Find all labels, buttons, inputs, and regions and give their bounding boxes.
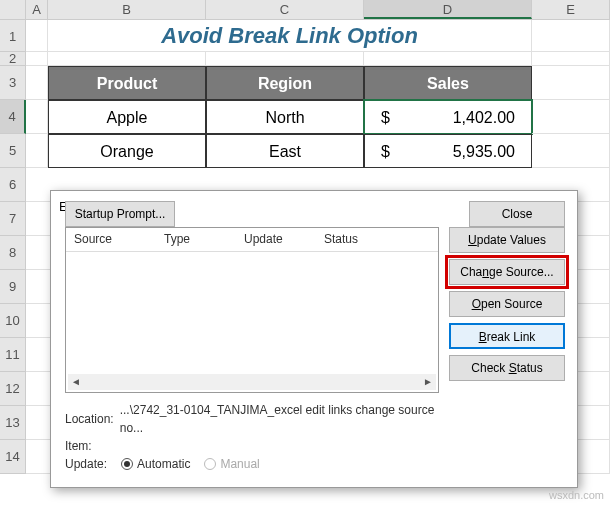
- currency-symbol: $: [381, 101, 390, 135]
- page-title: Avoid Break Link Option: [48, 20, 532, 52]
- open-source-button[interactable]: Open Source: [449, 291, 565, 317]
- radio-off-icon: [204, 458, 216, 470]
- row-header-12[interactable]: 12: [0, 372, 26, 406]
- header-product[interactable]: Product: [48, 66, 206, 100]
- row-header-9[interactable]: 9: [0, 270, 26, 304]
- cell-b4[interactable]: Apple: [48, 100, 206, 134]
- col-header-e[interactable]: E: [532, 0, 610, 19]
- column-headers: A B C D E: [0, 0, 610, 20]
- watermark: wsxdn.com: [549, 489, 604, 501]
- links-listbox[interactable]: Source Type Update Status ◄ ►: [65, 227, 439, 393]
- cell-d5[interactable]: $5,935.00: [364, 134, 532, 168]
- edit-links-dialog: Edit Links ? × Source Type Update Status…: [50, 190, 578, 488]
- cell-c5[interactable]: East: [206, 134, 364, 168]
- list-header-update[interactable]: Update: [236, 228, 316, 251]
- sales-value: 5,935.00: [453, 135, 515, 169]
- row-header-11[interactable]: 11: [0, 338, 26, 372]
- scroll-left-icon[interactable]: ◄: [68, 374, 84, 390]
- row-header-3[interactable]: 3: [0, 66, 26, 100]
- row-header-6[interactable]: 6: [0, 168, 26, 202]
- cell-d4[interactable]: $1,402.00: [364, 100, 532, 134]
- update-label: Update:: [65, 455, 107, 473]
- row-header-13[interactable]: 13: [0, 406, 26, 440]
- row-header-4[interactable]: 4: [0, 100, 26, 134]
- location-label: Location:: [65, 410, 114, 428]
- check-status-button[interactable]: Check Status: [449, 355, 565, 381]
- header-region[interactable]: Region: [206, 66, 364, 100]
- sales-value: 1,402.00: [453, 101, 515, 135]
- currency-symbol: $: [381, 135, 390, 169]
- item-label: Item:: [65, 437, 92, 455]
- break-link-button[interactable]: Break Link: [449, 323, 565, 349]
- col-header-b[interactable]: B: [48, 0, 206, 19]
- startup-prompt-button[interactable]: Startup Prompt...: [65, 201, 175, 227]
- row-header-7[interactable]: 7: [0, 202, 26, 236]
- update-values-button[interactable]: Update Values: [449, 227, 565, 253]
- row-header-1[interactable]: 1: [0, 20, 26, 52]
- radio-on-icon: [121, 458, 133, 470]
- col-header-a[interactable]: A: [26, 0, 48, 19]
- col-header-c[interactable]: C: [206, 0, 364, 19]
- row-header-2[interactable]: 2: [0, 52, 26, 66]
- location-value: ...\2742_31-0104_TANJIMA_excel edit link…: [120, 401, 437, 437]
- row-header-5[interactable]: 5: [0, 134, 26, 168]
- list-header-source[interactable]: Source: [66, 228, 156, 251]
- row-header-10[interactable]: 10: [0, 304, 26, 338]
- row-header-14[interactable]: 14: [0, 440, 26, 474]
- close-button[interactable]: Close: [469, 201, 565, 227]
- row-header-8[interactable]: 8: [0, 236, 26, 270]
- col-header-d[interactable]: D: [364, 0, 532, 19]
- cell-c4[interactable]: North: [206, 100, 364, 134]
- cell-b5[interactable]: Orange: [48, 134, 206, 168]
- list-header-status[interactable]: Status: [316, 228, 438, 251]
- header-sales[interactable]: Sales: [364, 66, 532, 100]
- list-header-type[interactable]: Type: [156, 228, 236, 251]
- manual-radio: Manual: [204, 455, 259, 473]
- info-panel: Location: ...\2742_31-0104_TANJIMA_excel…: [65, 401, 437, 473]
- change-source-button[interactable]: Change Source...: [449, 259, 565, 285]
- automatic-radio[interactable]: Automatic: [121, 455, 190, 473]
- select-all-corner[interactable]: [0, 0, 26, 19]
- scroll-right-icon[interactable]: ►: [420, 374, 436, 390]
- horizontal-scrollbar[interactable]: ◄ ►: [68, 374, 436, 390]
